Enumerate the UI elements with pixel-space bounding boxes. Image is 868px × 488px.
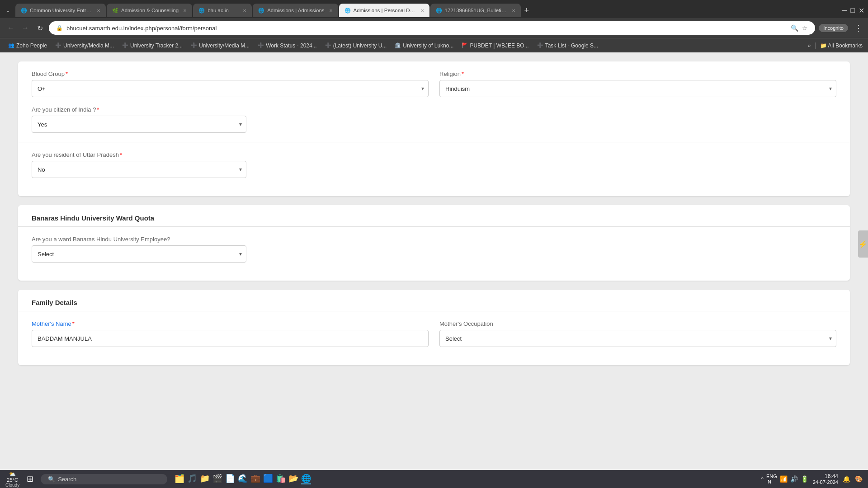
all-bookmarks-button[interactable]: 📁 All Bookmarks (820, 42, 863, 49)
bookmark-university-tracker[interactable]: ➕ University Tracker 2... (119, 42, 185, 50)
bookmark-label: University/Media M... (199, 42, 250, 49)
taskbar-app-icon-store[interactable]: 🛍️ (276, 474, 286, 484)
citizen-row: Are you citizen of India ?* Yes No ▾ (32, 106, 836, 133)
tab-close-button[interactable]: ✕ (243, 8, 246, 13)
taskbar-app-icon-5[interactable]: 📄 (225, 474, 235, 484)
tab-close-button[interactable]: ✕ (183, 8, 187, 13)
lock-icon: 🔒 (56, 25, 63, 31)
browser-menu-button[interactable]: ⋮ (854, 23, 863, 33)
taskbar-search-icon: 🔍 (48, 476, 55, 483)
bookmark-favicon: 👥 (8, 42, 14, 48)
mothers-occupation-select-wrapper: Select Government Employee Private Emplo… (439, 330, 836, 347)
tab-close-button[interactable]: ✕ (512, 8, 515, 13)
tab-favicon: 🌐 (436, 8, 442, 14)
taskbar-app-icon-3[interactable]: 📁 (200, 474, 210, 484)
resident-up-select[interactable]: Yes No (32, 161, 246, 178)
address-bar[interactable]: 🔒 bhucuet.samarth.edu.in/index.php/perso… (49, 21, 815, 35)
taskbar-volume-icon[interactable]: 🔊 (790, 475, 798, 483)
religion-label: Religion* (439, 70, 836, 77)
bookmark-favicon: ➕ (55, 42, 61, 48)
bookmark-zoho-people[interactable]: 👥 Zoho People (5, 42, 50, 50)
bookmark-label: University Tracker 2... (130, 42, 183, 49)
mothers-occupation-group: Mother's Occupation Select Government Em… (439, 320, 836, 347)
taskbar-app-icon-4[interactable]: 🎬 (212, 474, 222, 484)
taskbar-clock[interactable]: 16:44 24-07-2024 (813, 473, 838, 485)
start-button[interactable]: ⊞ (23, 472, 37, 486)
tab-overflow-button[interactable]: ⌄ (4, 6, 13, 15)
tab-title: Admissions | Personal Det... (354, 8, 416, 13)
blood-group-group: Blood Group* O+ O- A+ A- B+ B- AB+ AB- ▾ (32, 70, 429, 97)
ward-employee-label: Are you a ward Banaras Hindu University … (32, 236, 246, 243)
taskbar-app-icon-teams[interactable]: 💼 (250, 474, 260, 484)
bookmarks-overflow-button[interactable]: » (808, 42, 811, 49)
bookmarks-bar: 👥 Zoho People ➕ University/Media M... ➕ … (0, 38, 868, 52)
new-tab-button[interactable]: + (524, 6, 529, 15)
tab-favicon: 🌿 (112, 8, 118, 14)
taskbar-color-icon[interactable]: 🎨 (855, 475, 863, 483)
taskbar-app-icon-chrome-active[interactable]: 🌐 (301, 474, 311, 484)
mothers-occupation-label: Mother's Occupation (439, 320, 836, 327)
taskbar-pinned-apps: 🗂️ 🎵 📁 🎬 📄 🌊 💼 🟦 🛍️ 📂 🌐 (175, 474, 311, 484)
taskbar-app-icon-files[interactable]: 📂 (288, 474, 298, 484)
tab-common-university[interactable]: 🌐 Common University Entra... ✕ (15, 4, 106, 17)
tab-bulletin[interactable]: 🌐 17213966851UG_Bulletin-... ✕ (430, 4, 521, 17)
taskbar-app-icon-edge[interactable]: 🌊 (238, 474, 248, 484)
back-button[interactable]: ← (5, 24, 16, 32)
taskbar-up-arrow-icon[interactable]: ^ (761, 476, 764, 482)
tab-close-button[interactable]: ✕ (329, 8, 333, 13)
taskbar-notification-bell[interactable]: 🔔 (843, 475, 850, 483)
minimize-button[interactable]: ─ (842, 6, 847, 14)
ward-quota-title: Banaras Hindu University Ward Quota (32, 214, 836, 222)
bookmark-university-media-1[interactable]: ➕ University/Media M... (52, 42, 117, 50)
taskbar-time-value: 16:44 (825, 473, 838, 479)
tab-close-button[interactable]: ✕ (97, 8, 100, 13)
citizen-india-select[interactable]: Yes No (32, 116, 246, 133)
tab-title: Admissions | Admissions (267, 8, 324, 13)
maximize-button[interactable]: □ (850, 6, 855, 14)
forward-button[interactable]: → (20, 24, 31, 32)
mothers-occupation-select[interactable]: Select Government Employee Private Emplo… (439, 330, 836, 347)
weather-condition: Cloudy (5, 483, 19, 488)
religion-select[interactable]: Hinduism Islam Christianity Sikhism Budd… (439, 80, 836, 97)
lightning-icon: ⚡ (859, 240, 868, 249)
weather-icon: ⛅ (9, 471, 16, 477)
citizen-india-group: Are you citizen of India ?* Yes No ▾ (32, 106, 246, 133)
tab-title: bhu.ac.in (208, 8, 238, 13)
blood-group-select[interactable]: O+ O- A+ A- B+ B- AB+ AB- (32, 80, 429, 97)
taskbar-app-icon-1[interactable]: 🗂️ (175, 474, 184, 484)
taskbar-app-icon-ms365[interactable]: 🟦 (263, 474, 273, 484)
family-details-title: Family Details (32, 299, 836, 306)
bookmark-favicon: ➕ (191, 42, 197, 48)
bookmark-work-status[interactable]: ➕ Work Status - 2024... (255, 42, 320, 50)
mothers-name-group: Mother's Name* (32, 320, 429, 347)
taskbar-search-bar[interactable]: 🔍 Search (41, 474, 167, 484)
tab-favicon: 🌐 (21, 8, 27, 14)
tab-bar: ⌄ 🌐 Common University Entra... ✕ 🌿 Admis… (0, 0, 868, 18)
tab-admission-counselling[interactable]: 🌿 Admission & Counselling ✕ (107, 4, 192, 17)
close-window-button[interactable]: ✕ (859, 6, 864, 15)
ward-quota-card: Banaras Hindu University Ward Quota Are … (18, 205, 850, 281)
blood-group-label: Blood Group* (32, 70, 429, 77)
side-handle[interactable]: ⚡ (858, 230, 868, 258)
mothers-name-input[interactable] (32, 330, 429, 347)
tab-bhu[interactable]: 🌐 bhu.ac.in ✕ (193, 4, 252, 17)
ward-employee-select[interactable]: Select Yes No (32, 245, 246, 263)
mothers-row: Mother's Name* Mother's Occupation Selec… (32, 320, 836, 347)
resident-up-select-wrapper: Yes No ▾ (32, 161, 246, 178)
temperature: 25°C (7, 477, 18, 483)
bookmark-pubdet[interactable]: 🚩 PUBDET | WBJEE BO... (459, 42, 531, 50)
bookmark-university-media-2[interactable]: ➕ University/Media M... (188, 42, 252, 50)
tab-personal-details[interactable]: 🌐 Admissions | Personal Det... ✕ (339, 4, 429, 17)
bookmark-label: PUBDET | WBJEE BO... (470, 42, 528, 49)
incognito-button[interactable]: Incognito (819, 24, 848, 32)
bookmark-star-icon[interactable]: ☆ (802, 24, 808, 32)
bookmark-label: Work Status - 2024... (266, 42, 317, 49)
taskbar-app-icon-2[interactable]: 🎵 (187, 474, 197, 484)
tab-admissions[interactable]: 🌐 Admissions | Admissions ✕ (253, 4, 338, 17)
section-divider (18, 311, 850, 311)
bookmark-university-lucknow[interactable]: 🏛️ University of Lukno... (392, 42, 456, 50)
tab-close-button[interactable]: ✕ (420, 8, 424, 13)
bookmark-latest-university[interactable]: ➕ (Latest) University U... (322, 42, 390, 50)
refresh-button[interactable]: ↻ (34, 24, 45, 33)
bookmark-task-list[interactable]: ➕ Task List - Google S... (534, 42, 601, 50)
